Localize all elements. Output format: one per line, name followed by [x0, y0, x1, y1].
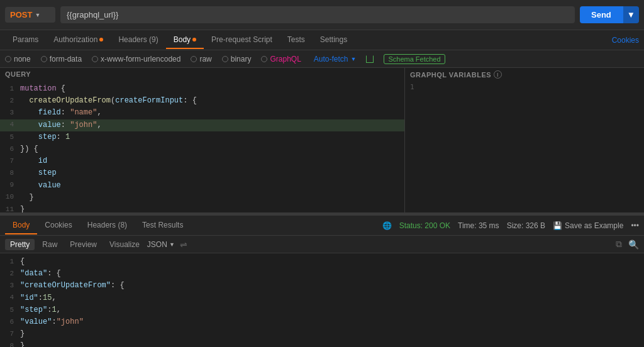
response-size: Size: 326 B	[507, 221, 545, 230]
code-line-2: 2 createOrUpdateFrom(createFormInput: {	[0, 95, 404, 107]
radio-binary	[222, 56, 228, 62]
radio-formdata	[41, 56, 47, 62]
tab-headers[interactable]: Headers (9)	[111, 31, 165, 49]
format-raw[interactable]: Raw	[37, 239, 62, 250]
radio-urlencoded	[92, 56, 98, 62]
method-chevron-icon: ▼	[35, 12, 40, 18]
formdata-label: form-data	[50, 55, 82, 63]
tab-body-label: Body	[174, 35, 191, 44]
graphql-label: GraphQL	[270, 55, 301, 63]
none-label: none	[14, 55, 31, 63]
method-label: POST	[10, 10, 32, 19]
body-type-none[interactable]: none	[5, 55, 31, 63]
body-type-bar: none form-data x-www-form-urlencoded raw…	[0, 50, 644, 68]
filter-icon[interactable]: ⇌	[180, 240, 187, 250]
json-type-select[interactable]: JSON ▼	[147, 240, 175, 249]
tab-headers-label: Headers (9)	[118, 35, 158, 44]
format-preview[interactable]: Preview	[65, 239, 102, 250]
body-type-binary[interactable]: binary	[222, 55, 252, 63]
send-button[interactable]: Send	[580, 6, 623, 23]
more-actions-icon[interactable]: •••	[631, 221, 639, 230]
json-chevron-icon: ▼	[169, 241, 175, 248]
code-line-11: 11 }	[0, 204, 404, 212]
resp-line-3: 3 "createOrUpdateFrom": {	[0, 280, 644, 292]
binary-label: binary	[231, 55, 252, 63]
query-label: QUERY	[0, 68, 404, 80]
query-panel: QUERY 1 mutation { 2 createOrUpdateFrom(…	[0, 68, 405, 212]
info-icon: i	[494, 70, 502, 79]
format-bar: Pretty Raw Preview Visualize JSON ▼ ⇌ ⧉ …	[0, 236, 644, 253]
tab-tests-label: Tests	[287, 35, 305, 44]
authorization-dot	[99, 38, 103, 41]
resp-tab-testresults[interactable]: Test Results	[135, 217, 191, 234]
response-body: 1 { 2 "data": { 3 "createOrUpdateFrom": …	[0, 253, 644, 347]
variables-label: GRAPHQL VARIABLES i	[405, 68, 644, 81]
tab-authorization[interactable]: Authorization	[46, 31, 111, 49]
code-line-6: 6 }) {	[0, 143, 404, 155]
cookies-link[interactable]: Cookies	[612, 36, 639, 45]
save-example-button[interactable]: 💾 Save as Example	[553, 221, 623, 230]
url-input[interactable]	[60, 6, 575, 23]
tab-bar: Params Authorization Headers (9) Body Pr…	[0, 30, 644, 50]
schema-fetched-label: Schema Fetched	[388, 55, 440, 63]
raw-label: raw	[199, 55, 211, 63]
response-area: Body Cookies Headers (8) Test Results 🌐 …	[0, 215, 644, 347]
variables-label-text: GRAPHQL VARIABLES	[410, 71, 491, 79]
radio-raw	[191, 56, 197, 62]
code-line-9: 9 value	[0, 180, 404, 192]
response-time: Time: 35 ms	[458, 221, 499, 230]
body-type-graphql[interactable]: GraphQL	[261, 55, 301, 63]
radio-none	[5, 56, 11, 62]
resp-line-6: 6 "value": "john"	[0, 316, 644, 328]
send-wrap: Send ▼	[580, 6, 639, 23]
format-pretty[interactable]: Pretty	[5, 239, 35, 250]
urlencoded-label: x-www-form-urlencoded	[101, 55, 180, 63]
tab-settings-label: Settings	[320, 35, 347, 44]
code-line-5: 5 step: 1	[0, 131, 404, 143]
code-line-10: 10 }	[0, 192, 404, 204]
tab-authorization-label: Authorization	[53, 35, 97, 44]
schema-fetched-badge: Schema Fetched	[384, 54, 445, 64]
resp-line-2: 2 "data": {	[0, 268, 644, 280]
autofetch-label: Auto-fetch	[314, 55, 348, 63]
editor-area: QUERY 1 mutation { 2 createOrUpdateFrom(…	[0, 68, 644, 212]
status-code: Status: 200 OK	[399, 221, 450, 230]
save-example-label: Save as Example	[565, 221, 623, 230]
resp-line-7: 7 }	[0, 328, 644, 340]
tab-params-label: Params	[13, 35, 38, 44]
radio-graphql	[261, 56, 267, 62]
response-header: Body Cookies Headers (8) Test Results 🌐 …	[0, 216, 644, 236]
code-line-3: 3 field: "name",	[0, 107, 404, 119]
tab-settings[interactable]: Settings	[313, 31, 355, 49]
resp-line-4: 4 "id": 15,	[0, 292, 644, 304]
tab-prerequest[interactable]: Pre-request Script	[204, 31, 280, 49]
autofetch-button[interactable]: Auto-fetch ▼	[314, 55, 357, 63]
resp-tab-cookies[interactable]: Cookies	[37, 217, 79, 234]
query-editor[interactable]: 1 mutation { 2 createOrUpdateFrom(create…	[0, 80, 404, 212]
code-line-8: 8 step	[0, 167, 404, 179]
method-select[interactable]: POST ▼	[5, 7, 55, 23]
resp-line-5: 5 "step": 1,	[0, 304, 644, 316]
variables-panel: GRAPHQL VARIABLES i 1	[405, 68, 644, 212]
vars-line-1: 1	[405, 81, 644, 92]
tab-tests[interactable]: Tests	[280, 31, 313, 49]
json-type-label: JSON	[147, 240, 167, 249]
body-type-formdata[interactable]: form-data	[41, 55, 82, 63]
body-type-raw[interactable]: raw	[191, 55, 211, 63]
tab-body[interactable]: Body	[166, 31, 204, 49]
format-visualize[interactable]: Visualize	[104, 239, 145, 250]
resp-line-1: 1 {	[0, 256, 644, 268]
code-line-4: 4 value: "john",	[0, 119, 404, 131]
tab-params[interactable]: Params	[5, 31, 46, 49]
resp-tab-body[interactable]: Body	[5, 217, 37, 234]
resp-status: 🌐 Status: 200 OK Time: 35 ms Size: 326 B…	[382, 221, 639, 230]
code-line-1: 1 mutation {	[0, 83, 404, 95]
search-icon[interactable]: 🔍	[628, 240, 639, 250]
save-icon: 💾	[553, 221, 562, 230]
send-dropdown-button[interactable]: ▼	[623, 6, 639, 23]
copy-icon[interactable]: ⧉	[616, 239, 622, 250]
resp-line-8: 8 }	[0, 340, 644, 347]
resp-tab-headers[interactable]: Headers (8)	[80, 217, 135, 234]
autofetch-chevron-icon: ▼	[351, 56, 357, 62]
body-type-urlencoded[interactable]: x-www-form-urlencoded	[92, 55, 180, 63]
